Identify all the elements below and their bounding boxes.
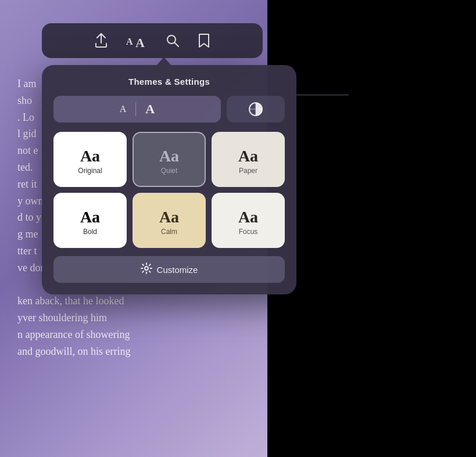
brightness-button[interactable]: [227, 96, 285, 123]
customize-label: Customize: [157, 265, 198, 275]
svg-point-5: [145, 267, 148, 270]
theme-focus-label: Focus: [239, 228, 258, 236]
theme-focus-aa: Aa: [238, 209, 258, 225]
share-button[interactable]: [95, 33, 108, 48]
theme-paper-aa: Aa: [238, 148, 258, 164]
bookmark-button[interactable]: [198, 33, 210, 48]
theme-paper-label: Paper: [239, 167, 257, 175]
theme-focus[interactable]: Aa Focus: [212, 193, 285, 248]
font-divider: [135, 102, 136, 116]
customize-button[interactable]: Customize: [53, 256, 285, 283]
theme-original-label: Original: [78, 167, 102, 175]
indicator-line: [296, 95, 349, 95]
font-small-a: A: [120, 104, 127, 114]
theme-paper[interactable]: Aa Paper: [212, 132, 285, 187]
svg-line-3: [174, 42, 178, 46]
theme-quiet-label: Quiet: [161, 167, 178, 175]
svg-text:A: A: [135, 35, 145, 48]
toolbar: A A: [42, 23, 263, 58]
theme-calm-aa: Aa: [159, 209, 179, 225]
theme-quiet-aa: Aa: [159, 148, 179, 164]
panel-caret: [157, 57, 171, 65]
search-button[interactable]: [166, 34, 180, 48]
theme-calm[interactable]: Aa Calm: [133, 193, 206, 248]
right-background: [267, 0, 476, 457]
gear-icon: [141, 262, 152, 277]
theme-bold[interactable]: Aa Bold: [53, 193, 127, 248]
theme-quiet[interactable]: Aa Quiet: [133, 132, 206, 187]
theme-bold-aa: Aa: [80, 209, 100, 225]
panel-title: Themes & Settings: [53, 77, 285, 87]
theme-bold-label: Bold: [83, 228, 97, 236]
theme-original[interactable]: Aa Original: [53, 132, 127, 187]
font-row: A A: [53, 96, 285, 123]
svg-text:A: A: [126, 37, 133, 46]
theme-original-aa: Aa: [80, 148, 100, 164]
theme-grid: Aa Original Aa Quiet Aa Paper Aa Bold Aa…: [53, 132, 285, 248]
font-large-a: A: [145, 102, 155, 117]
font-size-button[interactable]: A A: [126, 33, 147, 48]
theme-calm-label: Calm: [161, 228, 177, 236]
themes-settings-panel: Themes & Settings A A Aa Original Aa Qui…: [42, 65, 296, 294]
font-size-selector[interactable]: A A: [53, 96, 221, 123]
